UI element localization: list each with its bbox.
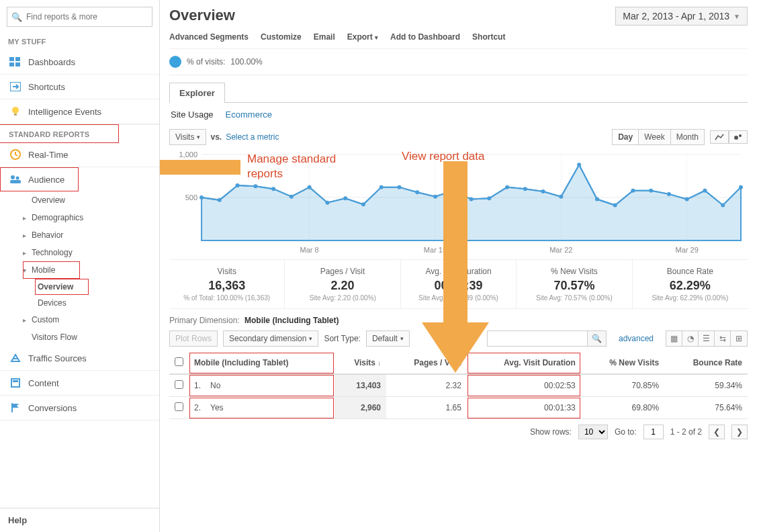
view-data-icon[interactable]: ▦	[666, 331, 682, 346]
table-toolbar: Plot Rows Secondary dimension ▾ Sort Typ…	[169, 328, 748, 352]
cell-ppv: 2.32	[386, 374, 467, 397]
search-input[interactable]	[26, 12, 148, 21]
row-checkbox[interactable]	[175, 380, 183, 389]
sidebar-item-label: Content	[28, 378, 59, 388]
time-granularity: Day Week Month	[612, 129, 705, 145]
svg-point-57	[739, 185, 743, 189]
table-search-button[interactable]: 🔍	[588, 330, 607, 347]
time-week[interactable]: Week	[639, 129, 670, 145]
svg-point-41	[451, 189, 455, 193]
show-rows-label: Show rows:	[530, 427, 572, 437]
section-standard-reports: STANDARD REPORTS	[0, 124, 119, 143]
table-view-toggles: ▦ ◔ ☰ ⇆ ⊞	[666, 330, 748, 347]
col-dimension[interactable]: Mobile (Including Tablet)	[189, 352, 335, 374]
show-rows-select[interactable]: 10	[578, 425, 608, 439]
svg-point-43	[487, 196, 491, 200]
chart-linechart-icon[interactable]	[710, 130, 729, 144]
audience-technology[interactable]: ▸Technology	[23, 244, 159, 261]
select-all-checkbox[interactable]	[175, 357, 183, 366]
audience-overview[interactable]: Overview	[23, 191, 159, 209]
svg-rect-10	[10, 180, 21, 183]
mobile-devices[interactable]: Devices	[35, 295, 159, 311]
row-checkbox[interactable]	[175, 402, 183, 411]
time-day[interactable]: Day	[612, 129, 639, 145]
flag-icon	[8, 402, 23, 414]
select-metric-link[interactable]: Select a metric	[226, 132, 279, 142]
audience-behavior[interactable]: ▸Behavior	[23, 226, 159, 244]
next-page-button[interactable]: ❯	[731, 425, 748, 439]
table-search-input[interactable]	[487, 330, 588, 347]
svg-point-51	[631, 189, 635, 193]
sidebar-item-conversions[interactable]: Conversions	[0, 396, 159, 420]
svg-point-48	[577, 163, 581, 167]
toolbar-add-dashboard[interactable]: Add to Dashboard	[390, 32, 460, 42]
view-pie-icon[interactable]: ◔	[682, 331, 699, 346]
sidebar-help[interactable]: Help	[0, 508, 159, 532]
col-avd[interactable]: Avg. Visit Duration	[467, 352, 581, 374]
goto-input[interactable]	[643, 425, 664, 439]
vs-label: vs.	[210, 132, 222, 142]
clock-icon	[8, 148, 23, 161]
svg-text:500: 500	[185, 193, 197, 202]
chart-motion-icon[interactable]	[729, 130, 748, 144]
secondary-dimension-dropdown[interactable]: Secondary dimension ▾	[223, 330, 318, 347]
sort-type-dropdown[interactable]: Default ▾	[366, 330, 410, 347]
time-month[interactable]: Month	[671, 129, 705, 145]
pct-label: % of visits:	[187, 57, 225, 66]
sidebar-item-realtime[interactable]: Real-Time	[0, 142, 159, 167]
mobile-overview[interactable]: Overview	[35, 279, 89, 295]
sidebar-item-traffic[interactable]: Traffic Sources	[0, 346, 159, 371]
col-newvisits[interactable]: % New Visits	[581, 352, 664, 374]
col-ppv[interactable]: Pages / Visit	[386, 352, 467, 374]
sidebar-item-label: Visitors Flow	[32, 332, 77, 342]
scorecard-value: 62.29%	[637, 279, 744, 293]
view-bar-icon[interactable]: ☰	[699, 331, 715, 346]
sidebar-item-content[interactable]: Content	[0, 371, 159, 396]
scorecard-sub: % of Total: 100.00% (16,363)	[173, 294, 280, 302]
svg-point-32	[290, 195, 294, 199]
section-my-stuff: MY STUFF	[0, 32, 159, 50]
date-range-picker[interactable]: Mar 2, 2013 - Apr 1, 2013 ▼	[615, 7, 748, 26]
toolbar-email[interactable]: Email	[314, 32, 335, 42]
sidebar-item-label: Shortcuts	[28, 82, 65, 92]
cell-bounce: 59.34%	[664, 374, 748, 397]
toolbar-export[interactable]: Export ▾	[347, 32, 378, 42]
sidebar-item-label: Mobile	[32, 265, 55, 275]
search-reports[interactable]: 🔍	[7, 7, 152, 27]
audience-visitors-flow[interactable]: Visitors Flow	[23, 328, 159, 346]
sidebar-item-shortcuts[interactable]: Shortcuts	[0, 75, 159, 99]
sidebar-item-intelligence[interactable]: Intelligence Events	[0, 99, 159, 124]
col-visits[interactable]: Visits↓	[335, 352, 386, 374]
chevron-down-icon: ▾	[375, 34, 378, 41]
mobile-children: Overview Devices	[23, 279, 159, 311]
tab-explorer[interactable]: Explorer	[169, 83, 225, 103]
svg-point-27	[199, 195, 204, 200]
subtab-site-usage[interactable]: Site Usage	[171, 109, 214, 120]
metric-visits-dropdown[interactable]: Visits ▾	[169, 129, 206, 145]
scorecard-label: Pages / Visit	[289, 267, 396, 276]
toolbar-advanced-segments[interactable]: Advanced Segments	[169, 32, 249, 42]
toolbar-shortcut[interactable]: Shortcut	[472, 32, 505, 42]
col-bounce[interactable]: Bounce Rate	[664, 352, 748, 374]
sidebar: 🔍 MY STUFF Dashboards Shortcuts Intellig…	[0, 0, 160, 532]
svg-point-44	[505, 185, 509, 189]
sidebar-item-dashboards[interactable]: Dashboards	[0, 50, 159, 75]
subtab-ecommerce[interactable]: Ecommerce	[226, 109, 272, 120]
svg-point-49	[595, 197, 599, 202]
audience-custom[interactable]: ▸Custom	[23, 311, 159, 328]
advanced-link[interactable]: advanced	[619, 334, 654, 343]
prev-page-button[interactable]: ❮	[709, 425, 725, 439]
view-comparison-icon[interactable]: ⇆	[715, 331, 731, 346]
audience-mobile[interactable]: ▾Mobile	[23, 261, 80, 279]
sidebar-item-audience[interactable]: Audience	[0, 167, 79, 191]
audience-demographics[interactable]: ▸Demographics	[23, 209, 159, 226]
table-row[interactable]: 1.No 13,403 2.32 00:02:53 70.85% 59.34%	[169, 374, 748, 397]
sidebar-item-label: Custom	[32, 315, 59, 324]
svg-text:Mar 22: Mar 22	[549, 246, 572, 254]
toolbar-customize[interactable]: Customize	[261, 32, 302, 42]
view-pivot-icon[interactable]: ⊞	[731, 331, 747, 346]
scorecard-label: % New Visits	[521, 267, 627, 276]
page-title: Overview	[169, 7, 235, 24]
table-row[interactable]: 2.Yes 2,960 1.65 00:01:33 69.80% 75.64%	[169, 397, 748, 419]
svg-text:Mar 8: Mar 8	[300, 246, 319, 254]
